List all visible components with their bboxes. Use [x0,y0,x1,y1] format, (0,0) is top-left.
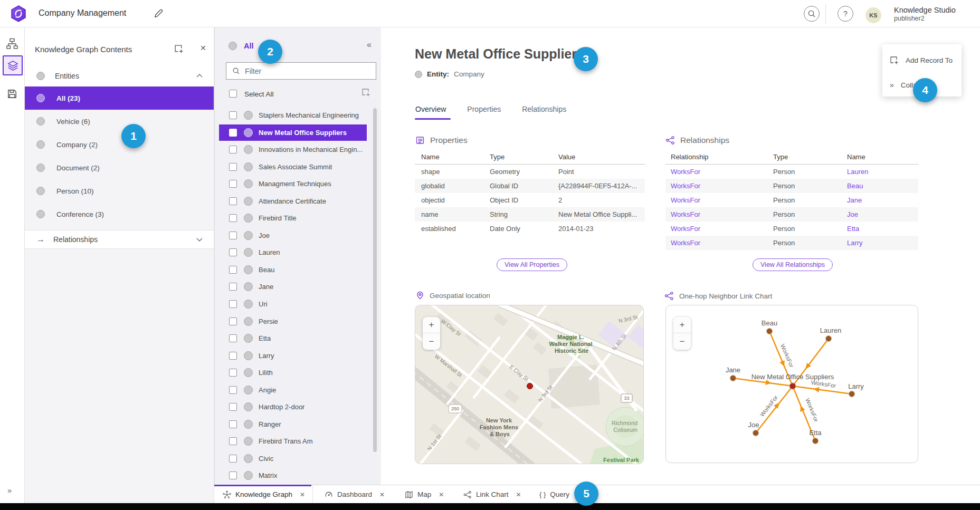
entity-link[interactable]: Larry [841,239,918,247]
record-checkbox[interactable] [229,334,237,342]
record-checkbox[interactable] [229,352,237,360]
expand-rail-button[interactable]: » [7,486,12,495]
record-checkbox[interactable] [229,300,237,308]
add-record-button[interactable] [174,44,184,54]
view-tab-dashboard[interactable]: Dashboard ✕ [325,485,385,504]
record-checkbox[interactable] [229,129,237,137]
record-checkbox[interactable] [229,214,237,222]
record-checkbox[interactable] [229,232,237,239]
link-chart-canvas[interactable]: WorksFor WorksFor WorksFor WorksFor Beau… [666,305,918,463]
close-tab-icon[interactable]: ✕ [379,491,385,498]
record-checkbox[interactable] [229,455,237,463]
relationship-link[interactable]: WorksFor [665,210,767,218]
record-checkbox[interactable] [229,111,237,119]
relationships-group-header[interactable]: → Relationships [25,230,214,249]
record-checkbox[interactable] [229,317,237,325]
node-jane[interactable] [730,376,736,381]
filter-input[interactable] [245,67,366,75]
entity-type-all[interactable]: All (23) [25,86,214,110]
relationship-link[interactable]: WorksFor [665,225,767,233]
view-all-properties-button[interactable]: View All Properties [497,258,567,271]
relationship-link[interactable]: WorksFor [665,196,767,204]
records-scrollbar[interactable] [373,108,377,452]
node-larry[interactable] [849,391,855,397]
collapse-panel-button[interactable]: « [367,40,372,50]
record-checkbox[interactable] [229,471,237,479]
record-item[interactable]: Persie [219,313,367,330]
entity-link[interactable]: Beau [841,182,918,190]
add-record-button[interactable] [361,88,370,97]
help-button[interactable]: ? [838,6,853,22]
entity-link[interactable]: Joe [841,210,918,218]
record-item[interactable]: Beau [219,262,367,278]
tab-relationships[interactable]: Relationships [522,105,566,113]
record-item[interactable]: Firebird Title [219,210,367,226]
scope-radio[interactable] [229,42,237,50]
menu-item-add-record-to[interactable]: Add Record To [882,49,962,72]
record-item[interactable]: Jane [219,278,367,295]
record-item[interactable]: Attendance Certificate [219,193,367,209]
zoom-in-button[interactable]: + [423,317,440,333]
record-checkbox[interactable] [229,146,237,153]
entities-group-header[interactable]: Entities [25,65,214,86]
record-item[interactable]: Angie [219,382,367,398]
entity-type-document[interactable]: Document (2) [25,156,214,179]
record-item[interactable]: Civic [219,450,367,467]
entity-type-conference[interactable]: Conference (3) [25,203,214,226]
record-item[interactable]: Matrix [219,467,367,484]
relationship-link[interactable]: WorksFor [665,239,767,247]
record-item[interactable]: Joe [219,227,367,244]
zoom-in-button[interactable]: + [673,317,691,333]
record-checkbox[interactable] [229,403,237,411]
record-item[interactable]: Uri [219,296,367,312]
edit-title-button[interactable] [154,8,164,18]
close-tab-icon[interactable]: ✕ [516,491,521,498]
tab-properties[interactable]: Properties [467,105,501,113]
relationship-link[interactable]: WorksFor [665,182,767,190]
record-item[interactable]: Larry [219,348,367,364]
record-checkbox[interactable] [229,437,237,445]
node-joe[interactable] [753,430,759,436]
node-etta[interactable] [813,438,819,444]
view-tab-link-chart[interactable]: Link Chart ✕ [463,485,521,504]
relationship-link[interactable]: WorksFor [665,168,767,176]
view-tab-knowledge-graph[interactable]: Knowledge Graph ✕ [223,485,305,504]
save-button[interactable] [0,89,24,99]
map-canvas[interactable]: W Clay St W Marshall St E Clay St N 3rd … [415,305,644,464]
record-checkbox[interactable] [229,369,237,377]
record-checkbox[interactable] [229,248,237,256]
search-button[interactable] [804,6,820,22]
close-tab-icon[interactable]: ✕ [300,491,305,498]
record-item[interactable]: Sales Associate Summit [219,159,367,175]
data-model-button[interactable] [0,38,24,50]
record-item[interactable]: Ranger [219,416,367,432]
entity-type-company[interactable]: Company (2) [25,133,214,156]
layers-button[interactable] [3,55,23,75]
select-all-checkbox[interactable] [229,90,237,98]
node-center[interactable] [789,383,796,389]
record-checkbox[interactable] [229,420,237,428]
record-checkbox[interactable] [229,283,237,291]
close-tab-icon[interactable]: ✕ [439,491,444,498]
record-checkbox[interactable] [229,180,237,188]
record-checkbox[interactable] [229,163,237,171]
map-marker[interactable] [527,383,533,389]
view-all-relationships-button[interactable]: View All Relationships [753,258,833,271]
record-item[interactable]: Firebird Trans Am [219,433,367,449]
record-item[interactable]: Innovations in Mechanical Engin... [219,141,367,158]
view-tab-map[interactable]: Map ✕ [405,485,444,504]
tab-overview[interactable]: Overview [415,105,446,113]
entity-type-person[interactable]: Person (10) [25,179,214,203]
record-item[interactable]: Lauren [219,244,367,261]
entity-type-vehicle[interactable]: Vehicle (6) [25,110,214,133]
record-item-selected[interactable]: New Metal Office Suppliers [219,124,367,141]
record-item[interactable]: Etta [219,330,367,347]
avatar[interactable]: KS [865,7,881,23]
entity-link[interactable]: Etta [841,225,918,233]
record-item[interactable]: Hardtop 2-door [219,399,367,415]
record-item[interactable]: Lilith [219,364,367,381]
record-item[interactable]: Staplers Mechanical Engineering [219,107,367,123]
record-checkbox[interactable] [229,266,237,274]
record-item[interactable]: Managment Techniques [219,176,367,192]
node-beau[interactable] [767,329,773,334]
